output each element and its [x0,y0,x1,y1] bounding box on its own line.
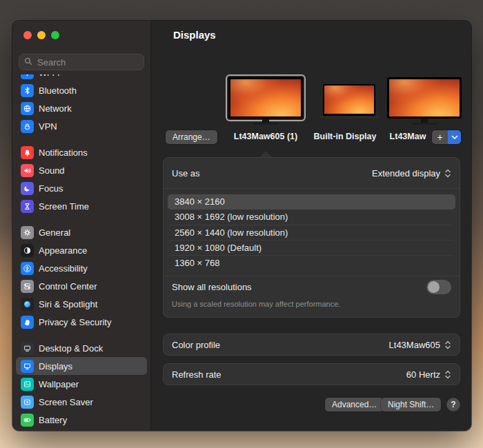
sidebar-item-privacy-security[interactable]: Privacy & Security [16,313,147,331]
use-as-row: Use as Extended display [164,158,460,189]
sidebar-item-label: Displays [39,361,72,371]
sidebar-item-label: Siri & Spotlight [39,299,97,309]
advanced-button[interactable]: Advanced… [325,398,384,411]
sidebar-item-label: Accessibility [39,263,88,274]
siri-icon [21,298,34,311]
wallpaper-art [389,79,460,116]
sidebar-item-wifi[interactable]: Wi-Fi [16,74,147,81]
refresh-rate-popup[interactable]: 60 Hertz [406,369,451,380]
wallpaper-art [324,85,374,114]
sidebar-item-control-center[interactable]: Control Center [16,277,147,295]
panel-pointer [259,151,272,157]
zoom-button[interactable] [51,31,59,39]
refresh-rate-label: Refresh rate [172,369,221,380]
sidebar-item-notifications[interactable]: Notifications [16,143,147,161]
system-settings-window: Wi-Fi Bluetooth Network VPN [12,21,471,431]
refresh-rate-value: 60 Hertz [406,369,440,380]
resolution-option[interactable]: 1360 × 768 [168,255,455,270]
sidebar-item-vpn[interactable]: VPN [16,117,147,135]
search-input[interactable] [36,57,139,68]
color-profile-panel: Color profile Lt43Maw605 [163,334,460,356]
show-all-resolutions-toggle[interactable] [426,280,451,294]
general-icon [21,226,34,239]
monitor-screen [228,77,303,119]
search-field[interactable] [19,54,144,70]
page-title: Displays [173,29,216,41]
sidebar-item-screen-saver[interactable]: Screen Saver [16,393,147,411]
add-display-button[interactable]: + [432,130,461,144]
refresh-rate-panel: Refresh rate 60 Hertz [163,363,460,385]
help-button[interactable]: ? [446,398,460,411]
monitor-screen [387,77,462,119]
focus-icon [21,182,34,195]
display-thumbnail-external-2[interactable] [387,77,462,125]
color-profile-popup[interactable]: Lt43Maw605 [389,340,451,350]
displays-pane: Displays Arrange… Lt43Maw605 (1) Built-i… [151,21,471,431]
display-thumbnail-builtin[interactable] [319,84,379,119]
popup-chevrons-icon [444,168,451,179]
display-settings-panel: Use as Extended display 3840 × 2160 3008… [163,157,460,318]
sidebar-item-label: Notifications [39,147,88,158]
sidebar-item-screen-time[interactable]: Screen Time [16,197,147,215]
sidebar-item-label: Focus [39,183,63,194]
sidebar-group-gap [16,331,147,339]
resolution-option[interactable]: 3008 × 1692 (low resolution) [168,210,455,225]
window-controls [23,31,59,39]
battery-icon [21,414,34,427]
display-name-external-2: Lt43Maw [386,132,430,141]
sidebar-item-label: General [39,227,70,238]
use-as-popup[interactable]: Extended display [372,168,451,179]
sidebar-item-displays[interactable]: Displays [16,357,147,375]
minimize-button[interactable] [37,31,46,39]
sound-icon [21,164,34,177]
resolution-list: 3840 × 2160 3008 × 1692 (low resolution)… [164,189,460,276]
monitor-base [412,123,437,125]
sidebar-item-label: Desktop & Dock [39,343,103,354]
scaled-resolution-caption: Using a scaled resolution may affect per… [164,297,460,315]
chevron-down-icon[interactable] [448,130,461,144]
wallpaper-art [230,79,301,116]
sidebar-item-network[interactable]: Network [16,99,147,117]
sidebar-item-label: Privacy & Security [39,317,111,327]
sidebar-item-label: Screen Saver [39,397,93,407]
sidebar-item-bluetooth[interactable]: Bluetooth [16,81,147,99]
monitor-base [253,123,278,125]
sidebar-item-label: Sound [39,165,65,176]
sidebar-item-label: Wi-Fi [39,74,59,78]
wifi-icon [21,74,34,79]
desktop-dock-icon [21,342,34,355]
display-thumbnail-external-1[interactable] [228,77,303,125]
resolution-option[interactable]: 2560 × 1440 (low resolution) [168,225,455,240]
appearance-icon [21,244,34,257]
sidebar-item-desktop-dock[interactable]: Desktop & Dock [16,339,147,357]
network-icon [21,102,34,115]
sidebar-group-gap [16,135,147,143]
sidebar-item-label: Control Center [39,281,97,292]
sidebar-list: Wi-Fi Bluetooth Network VPN [16,74,147,431]
resolution-option[interactable]: 1920 × 1080 (Default) [168,240,455,255]
laptop-screen [323,84,375,116]
sidebar-item-general[interactable]: General [16,223,147,241]
accessibility-icon [21,262,34,275]
resolution-option[interactable]: 3840 × 2160 [168,194,455,210]
wallpaper-icon [21,378,34,391]
close-button[interactable] [23,31,32,39]
night-shift-button[interactable]: Night Shift… [381,398,441,411]
search-icon [24,56,32,68]
screen-time-icon [21,200,34,213]
sidebar-item-focus[interactable]: Focus [16,179,147,197]
sidebar-item-sound[interactable]: Sound [16,161,147,179]
sidebar-item-label: Appearance [39,245,87,256]
arrange-button[interactable]: Arrange… [166,130,217,144]
toggle-knob [428,281,440,293]
sidebar-item-wallpaper[interactable]: Wallpaper [16,375,147,393]
sidebar-item-appearance[interactable]: Appearance [16,241,147,259]
sidebar-item-battery[interactable]: Battery [16,411,147,429]
notifications-icon [21,146,34,159]
show-all-resolutions-row: Show all resolutions [164,276,460,297]
sidebar-item-label: Network [39,103,72,114]
sidebar-item-label: Wallpaper [39,379,79,389]
sidebar-item-accessibility[interactable]: Accessibility [16,259,147,277]
sidebar-item-siri-spotlight[interactable]: Siri & Spotlight [16,295,147,313]
plus-icon[interactable]: + [432,130,448,144]
